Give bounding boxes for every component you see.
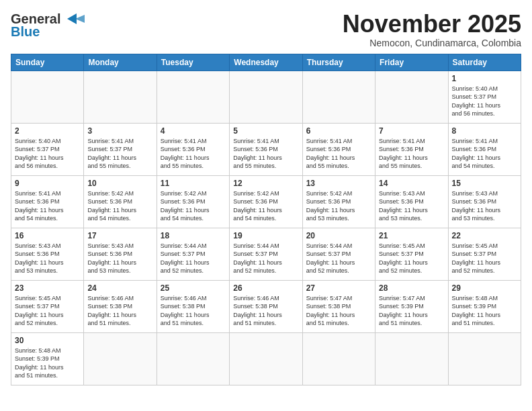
day-number: 25 [161,283,226,293]
day-number: 23 [15,283,80,293]
day-info: Sunrise: 5:45 AM Sunset: 5:37 PM Dayligh… [452,242,517,275]
calendar-cell: 24Sunrise: 5:46 AM Sunset: 5:38 PM Dayli… [84,280,157,332]
calendar-cell: 22Sunrise: 5:45 AM Sunset: 5:37 PM Dayli… [448,228,521,280]
calendar-cell: 18Sunrise: 5:44 AM Sunset: 5:37 PM Dayli… [157,228,229,280]
day-info: Sunrise: 5:43 AM Sunset: 5:36 PM Dayligh… [87,242,152,275]
header-monday: Monday [84,54,157,71]
day-number: 14 [379,179,444,188]
day-info: Sunrise: 5:48 AM Sunset: 5:39 PM Dayligh… [15,347,80,380]
calendar-table: Sunday Monday Tuesday Wednesday Thursday… [11,54,521,385]
calendar-cell: 10Sunrise: 5:42 AM Sunset: 5:36 PM Dayli… [84,175,157,228]
calendar-week-row: 9Sunrise: 5:41 AM Sunset: 5:36 PM Daylig… [11,175,521,228]
logo-blue: Blue [11,24,40,40]
day-info: Sunrise: 5:41 AM Sunset: 5:36 PM Dayligh… [233,137,298,171]
calendar-cell [375,71,448,123]
day-info: Sunrise: 5:41 AM Sunset: 5:37 PM Dayligh… [87,137,152,171]
day-number: 7 [379,126,444,136]
day-info: Sunrise: 5:42 AM Sunset: 5:36 PM Dayligh… [233,189,298,223]
day-number: 6 [306,126,371,136]
header-friday: Friday [375,54,448,71]
day-number: 16 [15,231,80,240]
day-number: 29 [452,283,517,293]
calendar-cell: 7Sunrise: 5:41 AM Sunset: 5:36 PM Daylig… [375,123,448,175]
calendar-cell [11,71,84,123]
day-number: 12 [233,179,298,188]
day-info: Sunrise: 5:43 AM Sunset: 5:36 PM Dayligh… [15,242,80,275]
day-info: Sunrise: 5:46 AM Sunset: 5:38 PM Dayligh… [161,294,226,328]
day-number: 17 [87,231,152,240]
title-area: November 2025 Nemocon, Cundinamarca, Col… [343,11,521,48]
logo: General Blue [11,11,86,40]
calendar-cell: 1Sunrise: 5:40 AM Sunset: 5:37 PM Daylig… [448,71,521,123]
calendar-cell: 4Sunrise: 5:41 AM Sunset: 5:36 PM Daylig… [157,123,229,175]
header-tuesday: Tuesday [157,54,229,71]
day-number: 26 [233,283,298,293]
calendar-cell: 30Sunrise: 5:48 AM Sunset: 5:39 PM Dayli… [11,332,84,385]
day-info: Sunrise: 5:46 AM Sunset: 5:38 PM Dayligh… [233,294,298,328]
calendar-cell [157,71,229,123]
header-sunday: Sunday [11,54,84,71]
month-title: November 2025 [343,11,521,38]
calendar-cell: 27Sunrise: 5:47 AM Sunset: 5:38 PM Dayli… [302,280,375,332]
day-number: 21 [379,231,444,240]
calendar-week-row: 30Sunrise: 5:48 AM Sunset: 5:39 PM Dayli… [11,332,521,385]
day-info: Sunrise: 5:41 AM Sunset: 5:36 PM Dayligh… [306,137,371,171]
day-number: 22 [452,231,517,240]
calendar-cell [157,332,229,385]
day-info: Sunrise: 5:45 AM Sunset: 5:37 PM Dayligh… [379,242,444,275]
calendar-cell: 11Sunrise: 5:42 AM Sunset: 5:36 PM Dayli… [157,175,229,228]
calendar-cell: 12Sunrise: 5:42 AM Sunset: 5:36 PM Dayli… [230,175,302,228]
svg-marker-0 [67,13,77,24]
day-number: 10 [87,179,152,188]
calendar-cell: 17Sunrise: 5:43 AM Sunset: 5:36 PM Dayli… [84,228,157,280]
header: General Blue November 2025 Nemocon, Cund… [11,11,521,48]
svg-marker-1 [75,15,85,23]
calendar-cell: 9Sunrise: 5:41 AM Sunset: 5:36 PM Daylig… [11,175,84,228]
calendar-cell [230,71,302,123]
day-info: Sunrise: 5:42 AM Sunset: 5:36 PM Dayligh… [306,189,371,223]
day-info: Sunrise: 5:46 AM Sunset: 5:38 PM Dayligh… [87,294,152,328]
calendar-cell [302,71,375,123]
day-number: 8 [452,126,517,136]
day-number: 27 [306,283,371,293]
day-number: 20 [306,231,371,240]
day-number: 24 [87,283,152,293]
calendar-week-row: 1Sunrise: 5:40 AM Sunset: 5:37 PM Daylig… [11,71,521,123]
calendar-cell [302,332,375,385]
calendar-cell: 29Sunrise: 5:48 AM Sunset: 5:39 PM Dayli… [448,280,521,332]
calendar-week-row: 23Sunrise: 5:45 AM Sunset: 5:37 PM Dayli… [11,280,521,332]
day-info: Sunrise: 5:47 AM Sunset: 5:39 PM Dayligh… [379,294,444,328]
day-info: Sunrise: 5:42 AM Sunset: 5:36 PM Dayligh… [161,189,226,223]
calendar-cell [84,332,157,385]
header-saturday: Saturday [448,54,521,71]
calendar-cell: 8Sunrise: 5:41 AM Sunset: 5:36 PM Daylig… [448,123,521,175]
calendar-cell: 13Sunrise: 5:42 AM Sunset: 5:36 PM Dayli… [302,175,375,228]
calendar-cell: 3Sunrise: 5:41 AM Sunset: 5:37 PM Daylig… [84,123,157,175]
day-number: 19 [233,231,298,240]
header-thursday: Thursday [302,54,375,71]
day-info: Sunrise: 5:43 AM Sunset: 5:36 PM Dayligh… [379,189,444,223]
calendar-header-row: Sunday Monday Tuesday Wednesday Thursday… [11,54,521,71]
day-number: 11 [161,179,226,188]
calendar-cell: 25Sunrise: 5:46 AM Sunset: 5:38 PM Dayli… [157,280,229,332]
calendar-cell: 23Sunrise: 5:45 AM Sunset: 5:37 PM Dayli… [11,280,84,332]
day-info: Sunrise: 5:43 AM Sunset: 5:36 PM Dayligh… [452,189,517,223]
header-wednesday: Wednesday [230,54,302,71]
day-number: 3 [87,126,152,136]
day-number: 13 [306,179,371,188]
day-info: Sunrise: 5:41 AM Sunset: 5:36 PM Dayligh… [161,137,226,171]
logo-icon [62,11,86,27]
day-info: Sunrise: 5:40 AM Sunset: 5:37 PM Dayligh… [15,137,80,171]
calendar-cell: 28Sunrise: 5:47 AM Sunset: 5:39 PM Dayli… [375,280,448,332]
day-info: Sunrise: 5:41 AM Sunset: 5:36 PM Dayligh… [452,137,517,171]
calendar-cell [84,71,157,123]
calendar-cell: 20Sunrise: 5:44 AM Sunset: 5:37 PM Dayli… [302,228,375,280]
calendar-cell [230,332,302,385]
day-number: 18 [161,231,226,240]
calendar-cell: 16Sunrise: 5:43 AM Sunset: 5:36 PM Dayli… [11,228,84,280]
calendar-cell: 14Sunrise: 5:43 AM Sunset: 5:36 PM Dayli… [375,175,448,228]
day-info: Sunrise: 5:40 AM Sunset: 5:37 PM Dayligh… [452,85,517,118]
day-number: 1 [452,74,517,83]
calendar-cell: 15Sunrise: 5:43 AM Sunset: 5:36 PM Dayli… [448,175,521,228]
day-number: 5 [233,126,298,136]
